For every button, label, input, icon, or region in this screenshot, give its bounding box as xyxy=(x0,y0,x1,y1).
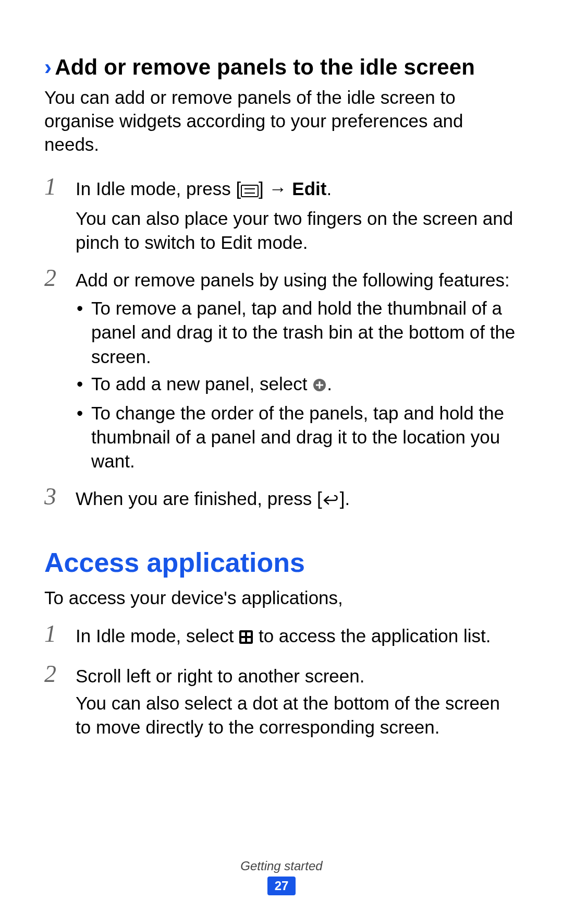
step-line: Add or remove panels by using the follow… xyxy=(76,268,519,292)
step-line: You can also place your two fingers on t… xyxy=(76,207,519,255)
text: ] → xyxy=(259,178,292,199)
step-line: In Idle mode, select to access the appli… xyxy=(76,624,519,650)
step-body: In Idle mode, select to access the appli… xyxy=(76,624,519,653)
step-body: Add or remove panels by using the follow… xyxy=(76,268,519,477)
manual-page: ›Add or remove panels to the idle screen… xyxy=(0,0,563,924)
step-line: Scroll left or right to another screen. xyxy=(76,664,519,688)
bullet-item: To remove a panel, tap and hold the thum… xyxy=(76,296,519,369)
bullet-list: To remove a panel, tap and hold the thum… xyxy=(76,296,519,473)
svg-rect-6 xyxy=(239,630,253,644)
step-body: In Idle mode, press [] → Edit. You can a… xyxy=(76,177,519,258)
subsection-heading: ›Add or remove panels to the idle screen xyxy=(44,55,519,80)
subsection-heading-text: Add or remove panels to the idle screen xyxy=(55,55,475,79)
step-number: 1 xyxy=(44,175,76,256)
menu-key-icon xyxy=(241,179,259,203)
step-2: 2 Scroll left or right to another screen… xyxy=(44,664,519,743)
step-body: When you are finished, press []. xyxy=(76,487,519,516)
step-1: 1 In Idle mode, select to access the app… xyxy=(44,624,519,653)
text: . xyxy=(326,178,332,199)
section-intro: To access your device's applications, xyxy=(44,586,519,610)
bullet-item: To add a new panel, select . xyxy=(76,372,519,398)
text: When you are finished, press [ xyxy=(76,488,322,509)
step-line: You can also select a dot at the bottom … xyxy=(76,691,519,739)
step-2: 2 Add or remove panels by using the foll… xyxy=(44,268,519,477)
step-line: When you are finished, press []. xyxy=(76,487,519,513)
step-number: 3 xyxy=(44,485,76,514)
svg-rect-9 xyxy=(241,638,245,642)
footer-chapter-label: Getting started xyxy=(0,859,563,873)
steps-list-panels: 1 In Idle mode, press [] → Edit. You can… xyxy=(44,177,519,516)
step-body: Scroll left or right to another screen. … xyxy=(76,664,519,743)
section-heading: Access applications xyxy=(44,547,519,578)
text: to access the application list. xyxy=(253,626,491,646)
page-footer: Getting started 27 xyxy=(0,859,563,895)
step-3: 3 When you are finished, press []. xyxy=(44,487,519,516)
step-number: 2 xyxy=(44,662,76,741)
svg-rect-10 xyxy=(247,638,251,642)
svg-rect-7 xyxy=(241,632,245,636)
text: In Idle mode, select xyxy=(76,626,239,646)
text: To add a new panel, select xyxy=(91,374,312,394)
subsection-intro: You can add or remove panels of the idle… xyxy=(44,86,519,156)
step-line: In Idle mode, press [] → Edit. xyxy=(76,177,519,203)
apps-grid-icon xyxy=(239,626,253,650)
bullet-item: To change the order of the panels, tap a… xyxy=(76,401,519,474)
page-number-badge: 27 xyxy=(267,877,296,895)
step-number: 2 xyxy=(44,266,76,475)
plus-circle-icon xyxy=(312,374,327,398)
svg-rect-8 xyxy=(247,632,251,636)
svg-rect-0 xyxy=(241,185,258,197)
text: . xyxy=(327,374,332,394)
edit-label: Edit xyxy=(292,178,326,199)
step-1: 1 In Idle mode, press [] → Edit. You can… xyxy=(44,177,519,258)
steps-list-apps: 1 In Idle mode, select to access the app… xyxy=(44,624,519,742)
text: ]. xyxy=(340,488,350,509)
back-key-icon xyxy=(322,489,340,513)
step-number: 1 xyxy=(44,622,76,651)
text: In Idle mode, press [ xyxy=(76,178,241,199)
chevron-icon: › xyxy=(44,55,52,79)
